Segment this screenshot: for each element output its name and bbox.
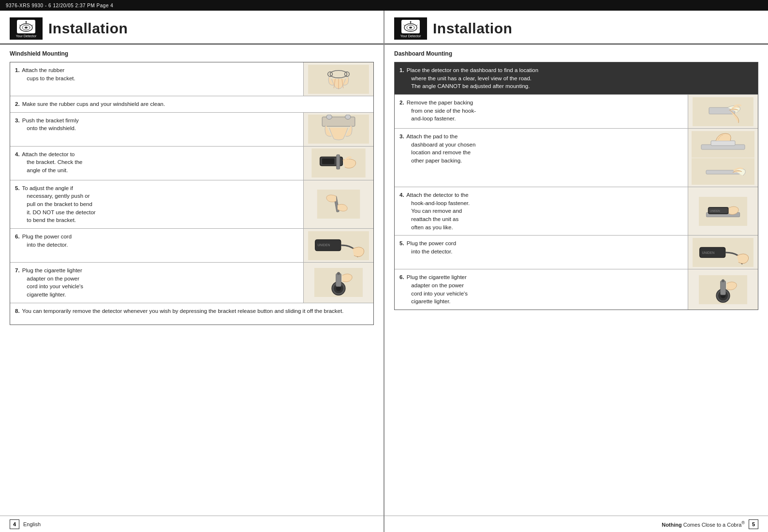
step1-text: 1. Attach the rubber cups to the bracket… [10,62,303,96]
left-page-num: 4 [10,519,19,529]
step1-image [303,62,373,96]
table-row: 4. Attach the detector to the hook-and-l… [395,187,758,236]
comes-close-text: Comes Close to a Cobra [682,522,742,528]
left-footer: 4 English [0,516,384,532]
left-section-heading: Windshield Mounting [0,50,384,60]
step5-svg [307,190,370,219]
left-logo-icon [18,21,34,32]
step5-image [303,180,373,228]
dash-step5-svg: UNIDEN [692,238,754,267]
step4-svg [307,148,370,177]
svg-point-14 [345,115,351,119]
svg-text:UNIDEN: UNIDEN [317,243,330,246]
right-page: Your Detector Installation Dashboard Mou… [384,11,768,532]
right-page-title: Installation [433,20,512,37]
svg-rect-57 [721,281,726,295]
step4-image [303,147,373,180]
step7-text: 7. Plug the cigarette lighter adapter on… [10,263,303,303]
right-logo-inner [401,20,420,33]
dash-step2-svg [692,97,754,126]
svg-text:UNIDEN: UNIDEN [710,209,720,212]
svg-line-6 [32,25,33,26]
svg-point-35 [410,21,412,22]
right-logo-label: Your Detector [400,34,421,38]
svg-point-33 [409,27,412,29]
step3-svg [307,115,370,144]
right-logo-icon [402,21,419,32]
table-row: 5. To adjust the angle if necessary, gen… [10,180,373,229]
table-row: 6. Plug the cigarette lighter adapter on… [395,269,758,310]
dash-step6-text: 6. Plug the cigarette lighter adapter on… [395,269,688,310]
dash-step6-svg [692,275,754,304]
right-footer-right: Nothing Comes Close to a Cobra® 5 [384,519,768,529]
dash-step5-text: 5. Plug the power cord into the detector… [395,236,688,269]
step1-svg [307,65,370,94]
step3-text: 3. Push the bracket firmly onto the wind… [10,113,303,146]
svg-point-13 [326,115,332,119]
dash-step4-image: UNIDEN [688,187,758,235]
table-row: 1. Place the detector on the dashboard t… [395,62,758,95]
dash-step5-image: UNIDEN [688,236,758,269]
left-page-title: Installation [48,20,128,37]
dash-step4-svg: UNIDEN [692,197,754,226]
left-footer-label: English [23,521,41,527]
table-row: 2. Make sure the rubber cups and your wi… [10,96,373,113]
right-section-heading: Dashboard Mounting [384,50,768,60]
svg-rect-20 [317,190,360,219]
table-row: 1. Attach the rubber cups to the bracket… [10,62,373,96]
table-row: 5. Plug the power cord into the detector… [395,236,758,269]
right-page-num: 5 [749,519,758,529]
left-footer-left: 4 English [0,519,384,529]
dash-step2-image [688,95,758,128]
svg-rect-19 [337,155,340,169]
top-bar: 9376-XRS 9930 - 6 12/20/05 2:37 PM Page … [0,0,768,11]
left-instruction-table: 1. Attach the rubber cups to the bracket… [10,62,374,325]
dash-step2-text: 2. Remove the paper backing from one sid… [395,95,688,128]
right-page-header: Your Detector Installation [384,11,768,44]
step4-text: 4. Attach the detector to the bracket. C… [10,147,303,180]
nothing-text: Nothing [662,522,682,528]
dash-step1-text: 1. Place the detector on the dashboard t… [395,62,758,94]
table-row: 3. Attach the pad to the dashboard at yo… [395,129,758,187]
right-footer: Nothing Comes Close to a Cobra® 5 [384,516,768,532]
right-footer-text: Nothing Comes Close to a Cobra® [662,520,745,528]
step7-image [303,263,373,303]
svg-rect-29 [336,274,341,287]
step6-svg: UNIDEN [307,231,370,260]
step6-image: UNIDEN [303,229,373,262]
dash-step3-text: 3. Attach the pad to the dashboard at yo… [395,129,688,187]
step3-image [303,113,373,146]
svg-text:UNIDEN: UNIDEN [702,251,714,254]
svg-line-5 [19,25,20,26]
step7-svg [307,268,370,297]
left-logo-badge: Your Detector [10,17,43,40]
table-row: 7. Plug the cigarette lighter adapter on… [10,263,373,303]
svg-point-2 [25,27,28,29]
right-logo-badge: Your Detector [394,17,427,40]
svg-point-30 [337,272,340,275]
svg-point-58 [722,279,724,282]
left-page-header: Your Detector Installation [0,11,384,44]
dash-step3b-svg [692,158,754,185]
trademark: ® [741,520,745,525]
table-row: 6. Plug the power cord into the detector… [10,229,373,263]
table-row: 3. Push the bracket firmly onto the wind… [10,113,373,147]
svg-rect-18 [322,159,335,164]
dash-step3a-svg [692,131,754,158]
svg-rect-42 [711,141,735,146]
table-row: 8. You can temporarily remove the detect… [10,303,373,325]
svg-line-37 [416,25,418,26]
svg-point-4 [26,21,27,22]
main-content: Your Detector Installation Windshield Mo… [0,11,768,532]
dash-step4-text: 4. Attach the detector to the hook-and-l… [395,187,688,235]
table-row: 2. Remove the paper backing from one sid… [395,95,758,129]
left-page: Your Detector Installation Windshield Mo… [0,11,384,532]
step6-text: 6. Plug the power cord into the detector… [10,229,303,262]
svg-line-36 [403,25,405,26]
left-logo-inner [17,20,35,33]
right-instruction-table: 1. Place the detector on the dashboard t… [394,62,758,310]
table-row: 4. Attach the detector to the bracket. C… [10,147,373,180]
step5-text: 5. To adjust the angle if necessary, gen… [10,180,303,228]
dash-step3-image [688,129,758,187]
left-logo-label: Your Detector [16,34,37,38]
